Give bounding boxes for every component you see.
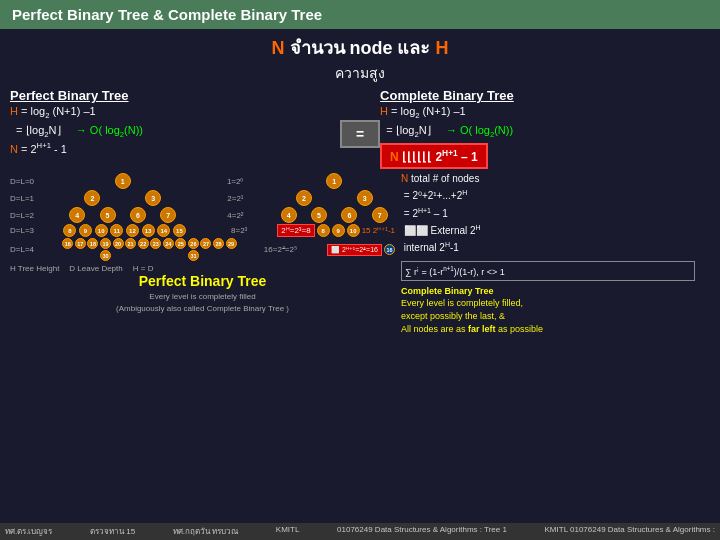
right-formula2: = ⌊log2N⌋ → O( log2(N)) [380,122,710,141]
left-formula3: N = 2H+1 - 1 [10,140,340,157]
sum-formula-box: ∑ rⁱ = (1-rn+1)/(1-r), r <> 1 [401,261,695,281]
level-0-label: D=L=0 [10,177,62,186]
right-formula1: H = log2 (N+1) –1 [380,103,710,122]
level-2-label: D=L=2 [10,211,62,220]
node-27: 27 [200,238,211,249]
node-28: 28 [213,238,224,249]
node-18: 18 [87,238,98,249]
level-0-row: D=L=0 1 1=2⁰ 1 [10,173,395,189]
node-2: 2 [84,190,100,206]
right-level-2-nodes: 4 5 6 7 [274,207,396,223]
bottom-item-4: KMITL [276,525,300,538]
node-6: 6 [130,207,146,223]
right-level-1-nodes: 2 3 [274,190,396,206]
right-node-6: 6 [341,207,357,223]
count-1: 2=2¹ [184,194,244,203]
right-formula-box: N ⌊⌊⌊⌊⌊⌊ 2H+1 – 1 [380,143,488,169]
node-7: 7 [160,207,176,223]
header-sub: ความสูง [10,62,710,84]
node-22: 22 [138,238,149,249]
right-node-3: 3 [357,190,373,206]
node-1: 1 [115,173,131,189]
node-15: 15 [173,224,186,237]
level-1-row: D=L=1 2 3 2=2¹ 2 3 [10,190,395,206]
node-21: 21 [125,238,136,249]
level-4-row: D=L=4 16 17 18 19 20 21 22 23 24 25 26 2… [10,238,395,261]
legend-area: H Tree Height D Leave Depth H = D [10,264,395,273]
node-13: 13 [142,224,155,237]
right-level-3-area: 2ᴴ=2³=8 8 9 10 15 2ᴴ⁺¹-1 [277,224,395,237]
level-3-row: D=L=3 8 9 10 11 12 13 14 15 8=2³ 2ᴴ=2³=8… [10,224,395,237]
left-section: Perfect Binary Tree H = log2 (N+1) –1 = … [10,88,340,169]
legend-eq: H = D [133,264,154,273]
level-1-nodes: 2 3 [62,190,184,206]
left-tree-area: D=L=0 1 1=2⁰ 1 D=L=1 2 3 2=2¹ 2 [10,173,395,335]
middle-area: D=L=0 1 1=2⁰ 1 D=L=1 2 3 2=2¹ 2 [10,173,710,335]
header-title: N จำนวน node และ H [10,33,710,62]
bottom-bar: ทศ.ตร.เบญจร ตรวจทาน 15 ทศ.กฤตวัน ทรบวณ K… [0,523,720,540]
right-section: Complete Binary Tree H = log2 (N+1) –1 =… [380,88,710,169]
N-variable: N [271,38,284,58]
bottom-item-6: KMITL 01076249 Data Structures & Algorit… [545,525,715,538]
node-24: 24 [163,238,174,249]
level-2-row: D=L=2 4 5 6 7 4=2² 4 5 6 7 [10,207,395,223]
right-node-16: 16 [384,244,395,255]
node-23: 23 [150,238,161,249]
n-formula-lines: = 2⁰+2¹+...+2H = 2H+1 – 1 ⬜⬜ External 2H… [401,187,695,256]
count-0: 1=2⁰ [184,177,244,186]
right-info-area: N total # of nodes = 2⁰+2¹+...+2H = 2H+1… [401,173,695,335]
equals-box: = [340,120,380,148]
right-node-2: 2 [296,190,312,206]
level-3-label: D=L=3 [10,226,62,235]
header-text1: จำนวน node และ [290,38,436,58]
node-20: 20 [113,238,124,249]
right-node-5: 5 [311,207,327,223]
right-node-8: 8 [317,224,330,237]
node-31: 31 [188,250,199,261]
right-15-label: 15 2ᴴ⁺¹-1 [362,226,395,235]
right-node-10: 10 [347,224,360,237]
left-formula1: H = log2 (N+1) –1 [10,103,340,122]
node-10: 10 [95,224,108,237]
node-8: 8 [63,224,76,237]
highlight-8: 2ᴴ=2³=8 [277,224,314,237]
node-26: 26 [188,238,199,249]
node-3: 3 [145,190,161,206]
perfect-tree-desc: Every level is completely filled (Ambigu… [10,291,395,313]
perfect-tree-label-diagram: Perfect Binary Tree [10,273,395,289]
n-total-label: N total # of nodes [401,173,695,184]
right-node-1: 1 [326,173,342,189]
node-19: 19 [100,238,111,249]
level-4-nodes: 16 17 18 19 20 21 22 23 24 25 26 27 28 2… [62,238,237,261]
highlight-16: ⬜ 2ᴴ⁺¹=2⁴=16 [327,244,382,256]
node-29: 29 [226,238,237,249]
legend-H: H Tree Height [10,264,59,273]
title-bar: Perfect Binary Tree & Complete Binary Tr… [0,0,720,29]
node-4: 4 [69,207,85,223]
node-25: 25 [175,238,186,249]
level-1-label: D=L=1 [10,194,62,203]
bottom-item-5: 01076249 Data Structures & Algorithms : … [337,525,507,538]
node-16: 16 [62,238,73,249]
complete-tree-desc: Complete Binary Tree Every level is comp… [401,285,695,335]
header-section: N จำนวน node และ H ความสูง [10,33,710,84]
node-11: 11 [110,224,123,237]
count-4: 16=2⁴=2⁵ [237,245,297,254]
right-node-7: 7 [372,207,388,223]
H-variable: H [436,38,449,58]
title-text: Perfect Binary Tree & Complete Binary Tr… [12,6,322,23]
legend-D: D Leave Depth [69,264,122,273]
node-5: 5 [100,207,116,223]
complete-tree-title: Complete Binary Tree [380,88,710,103]
formula-section: Perfect Binary Tree H = log2 (N+1) –1 = … [10,88,710,169]
perfect-tree-title: Perfect Binary Tree [10,88,340,103]
main-content: N จำนวน node และ H ความสูง Perfect Binar… [0,29,720,539]
arrow-equals: = [340,98,380,169]
node-30: 30 [100,250,111,261]
level-0-nodes: 1 [62,173,184,189]
level-3-nodes: 8 9 10 11 12 13 14 15 [62,224,187,237]
right-level-4-area: ⬜ 2ᴴ⁺¹=2⁴=16 16 [327,244,395,256]
level-2-nodes: 4 5 6 7 [62,207,184,223]
bottom-item-2: ตรวจทาน 15 [90,525,135,538]
count-2: 4=2² [184,211,244,220]
